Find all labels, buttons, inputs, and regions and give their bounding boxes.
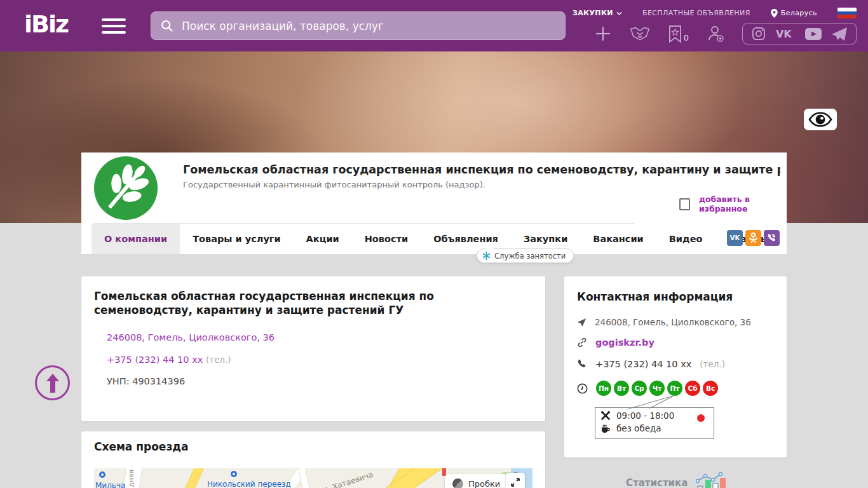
company-social-links: VK (727, 230, 780, 246)
vk-icon[interactable]: VK (776, 28, 795, 39)
scroll-to-top-button[interactable] (35, 365, 70, 400)
company-header-card: Гомельская областная государственная инс… (81, 152, 787, 254)
map-marker (231, 471, 237, 477)
chevron-down-icon (616, 11, 622, 15)
employment-service-icon (482, 252, 491, 260)
free-ads-link[interactable]: БЕСПЛАТНЫЕ ОБЪЯВЛЕНИЯ (642, 9, 750, 17)
traffic-label: Пробки (468, 479, 500, 488)
employment-service-label: Служба занятости (494, 252, 566, 261)
company-title: Гомельская областная государственная инс… (183, 163, 780, 176)
add-to-favorites[interactable]: добавить в избранное (679, 194, 787, 214)
eye-icon (808, 112, 832, 127)
plus-icon (595, 25, 611, 42)
directions-card: Схема проезда Мильча дняя ул Никольский … (81, 431, 545, 488)
zakupki-menu[interactable]: ЗАКУПКИ (573, 9, 622, 17)
search-bar[interactable] (151, 11, 566, 40)
website-link[interactable]: gogiskzr.by (595, 337, 654, 348)
map-label-khataevicha: ул. Хатаевича (318, 470, 374, 488)
contact-phone-row: +375 (232) 44 10 xx (тел.) (577, 359, 725, 369)
tools-icon (600, 410, 611, 421)
contact-website-row: gogiskzr.by (577, 337, 654, 348)
company-phone-row: +375 (232) 44 10 xx (тел.) (107, 355, 231, 365)
company-address-link[interactable]: 246008, Гомель, Циолковского, 36 (107, 332, 275, 342)
country-label: Беларусь (781, 9, 817, 17)
link-icon (577, 337, 587, 348)
clock-icon (577, 383, 588, 394)
viber-icon[interactable] (764, 230, 780, 246)
day-badge-sat[interactable]: Сб (685, 381, 700, 396)
hamburger-menu-icon[interactable] (102, 18, 126, 34)
flag-russia-icon[interactable] (837, 8, 857, 18)
youtube-icon[interactable] (805, 28, 822, 40)
company-phone-link[interactable]: +375 (232) 44 10 xx (107, 355, 203, 365)
search-input[interactable] (182, 20, 556, 32)
day-badge-wed[interactable]: Ср (632, 381, 647, 396)
map-label-milcha: Мильча (95, 481, 125, 488)
zakupki-label: ЗАКУПКИ (573, 9, 613, 17)
views-eye-button[interactable] (804, 109, 837, 130)
weekday-badges: Пн Вт Ср Чт Пт Сб Вс (596, 381, 718, 396)
lunch-value: без обеда (616, 423, 661, 433)
instagram-icon[interactable] (752, 27, 766, 41)
favorites-button[interactable]: 0 (668, 25, 689, 43)
contact-info-card: Контактная информация 246008, Гомель, Ци… (564, 276, 787, 458)
partners-button[interactable] (629, 26, 651, 41)
handshake-icon (629, 26, 651, 41)
company-tabs: О компании Товары и услуги Акции Новости… (92, 224, 782, 254)
arrow-up-icon (46, 374, 60, 393)
about-card: Гомельская областная государственная инс… (81, 276, 545, 421)
navigation-arrow-icon (577, 318, 587, 327)
tab-products[interactable]: Товары и услуги (180, 224, 293, 254)
coffee-cup-icon (600, 423, 611, 433)
phone-note: (тел.) (206, 355, 231, 365)
contact-address-row: 246008, Гомель, Циолковского, 36 (577, 317, 751, 327)
vk-icon[interactable]: VK (727, 230, 743, 246)
tooltip-pointer (649, 396, 674, 409)
search-icon (160, 19, 174, 33)
phone-icon (577, 359, 587, 369)
map-label-street: дняя ул (127, 468, 135, 487)
contact-address: 246008, Гомель, Циолковского, 36 (595, 317, 751, 327)
favorite-label: добавить в избранное (699, 194, 787, 214)
map-marker (99, 471, 105, 478)
contact-phone[interactable]: +375 (232) 44 10 xx (595, 359, 691, 369)
hours-value: 09:00 - 18:00 (616, 410, 674, 421)
statistics-link[interactable]: Статистика (626, 472, 728, 488)
traffic-toggle-button[interactable]: Пробки (445, 474, 508, 488)
signin-button[interactable] (707, 25, 724, 43)
stats-chart-icon (695, 472, 728, 488)
day-badge-mon[interactable]: Пн (596, 381, 611, 396)
top-header: iBiz ЗАКУПКИ БЕСПЛАТНЫЕ ОБЪЯВЛЕНИЯ Белар… (0, 0, 868, 51)
tab-about[interactable]: О компании (92, 224, 180, 254)
tab-news[interactable]: Новости (352, 224, 421, 254)
company-logo (94, 156, 158, 220)
map-canvas[interactable]: Мильча дняя ул Никольский переезд Сов ул… (94, 468, 532, 488)
closed-now-dot (697, 414, 705, 422)
map-label-crossing: Никольский переезд (207, 480, 291, 488)
header-social-links: VK (742, 23, 857, 44)
day-badge-tue[interactable]: Вт (614, 381, 629, 396)
contact-phone-note: (тел.) (700, 359, 725, 369)
company-subtitle: Государственный карантинный фитосанитарн… (183, 180, 485, 189)
tab-vacancies[interactable]: Вакансии (580, 224, 656, 254)
day-badge-sun[interactable]: Вс (703, 381, 718, 396)
add-company-button[interactable] (595, 25, 611, 42)
map-fullscreen-button[interactable] (506, 473, 525, 488)
svg-text:VK: VK (776, 28, 792, 39)
user-add-icon (707, 25, 724, 43)
telegram-icon[interactable] (832, 27, 847, 41)
tab-promos[interactable]: Акции (294, 224, 352, 254)
tab-video[interactable]: Видео (656, 224, 715, 254)
traffic-icon (452, 478, 463, 488)
company-unp: УНП: 490314396 (107, 376, 185, 386)
ibiz-logo[interactable]: iBiz (24, 10, 68, 38)
favorite-checkbox[interactable] (679, 198, 690, 210)
odnoklassniki-icon[interactable] (745, 230, 761, 246)
day-badge-fri[interactable]: Пт (667, 381, 682, 396)
directions-heading: Схема проезда (81, 431, 545, 453)
employment-service-badge[interactable]: Служба занятости (477, 248, 574, 263)
day-badge-thu[interactable]: Чт (649, 381, 665, 396)
bookmark-star-icon (668, 25, 682, 43)
contact-heading: Контактная информация (564, 276, 787, 303)
country-selector[interactable]: Беларусь (771, 9, 817, 18)
